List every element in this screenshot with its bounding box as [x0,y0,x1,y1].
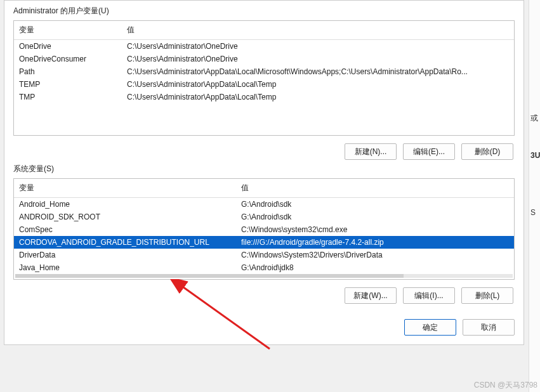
table-row[interactable]: PathC:\Users\Administrator\AppData\Local… [14,65,514,78]
sys-col-value[interactable]: 值 [236,179,514,198]
table-row[interactable]: Java_HomeG:\Android\jdk8 [14,261,514,274]
sys-vars-buttons: 新建(W)... 编辑(I)... 删除(L) [13,287,513,304]
cancel-button[interactable]: 取消 [463,319,515,336]
table-row[interactable]: TEMPC:\Users\Administrator\AppData\Local… [14,78,514,91]
table-row[interactable]: OneDriveConsumerC:\Users\Administrator\O… [14,53,514,65]
table-row[interactable]: TMPC:\Users\Administrator\AppData\Local\… [14,91,514,103]
user-vars-group: Administrator 的用户变量(U) 变量 值 OneDriveC:\U… [13,6,515,160]
sys-new-button[interactable]: 新建(W)... [345,287,397,304]
table-row[interactable]: ComSpecC:\Windows\system32\cmd.exe [14,223,514,236]
user-vars-table[interactable]: 变量 值 OneDriveC:\Users\Administrator\OneD… [14,21,514,103]
watermark-text: CSDN @天马3798 [474,380,537,391]
background-fragment: 或 3U S [529,0,540,392]
sys-vars-group: 系统变量(S) 变量 值 Android_HomeG:\Android\sdk … [13,164,515,304]
sys-vars-label: 系统变量(S) [13,164,515,174]
user-vars-label: Administrator 的用户变量(U) [13,6,515,16]
user-col-variable[interactable]: 变量 [14,21,122,40]
user-vars-buttons: 新建(N)... 编辑(E)... 删除(D) [13,143,513,160]
table-row-selected[interactable]: CORDOVA_ANDROID_GRADLE_DISTRIBUTION_URLf… [14,236,514,249]
table-row[interactable]: ANDROID_SDK_ROOTG:\Android\sdk [14,211,514,223]
dialog-footer: 确定 取消 [13,319,515,336]
user-delete-button[interactable]: 删除(D) [461,143,513,160]
env-vars-dialog: Administrator 的用户变量(U) 变量 值 OneDriveC:\U… [4,0,524,345]
user-col-value[interactable]: 值 [122,21,514,40]
user-new-button[interactable]: 新建(N)... [345,143,397,160]
sys-vars-table-frame: 变量 值 Android_HomeG:\Android\sdk ANDROID_… [13,178,515,280]
user-edit-button[interactable]: 编辑(E)... [403,143,455,160]
sys-col-variable[interactable]: 变量 [14,179,236,198]
user-vars-table-frame: 变量 值 OneDriveC:\Users\Administrator\OneD… [13,20,515,136]
table-row[interactable]: Android_HomeG:\Android\sdk [14,198,514,211]
sys-vars-table[interactable]: 变量 值 Android_HomeG:\Android\sdk ANDROID_… [14,179,514,274]
ok-button[interactable]: 确定 [404,319,456,336]
table-row[interactable]: DriverDataC:\Windows\System32\Drivers\Dr… [14,249,514,261]
sys-edit-button[interactable]: 编辑(I)... [403,287,455,304]
scrollbar-thumb[interactable] [15,274,404,278]
horizontal-scrollbar[interactable] [15,274,513,278]
sys-delete-button[interactable]: 删除(L) [461,287,513,304]
table-row[interactable]: OneDriveC:\Users\Administrator\OneDrive [14,40,514,53]
